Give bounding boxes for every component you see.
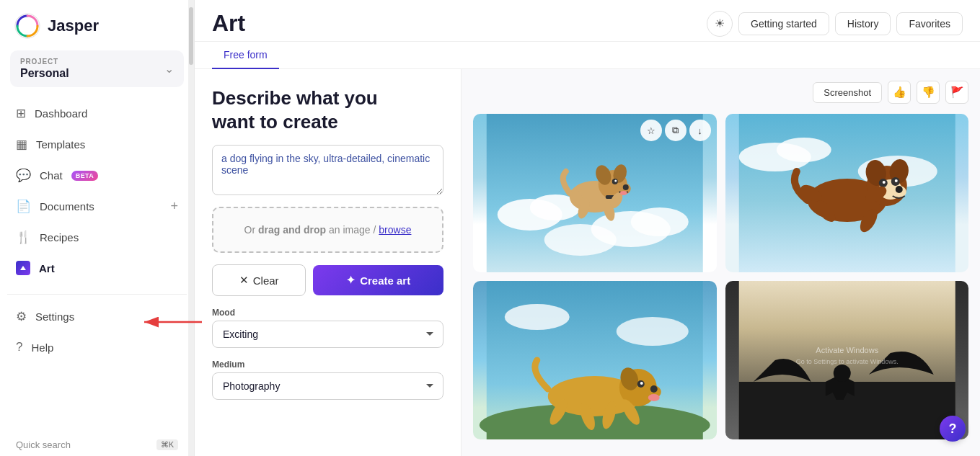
prompt-textarea[interactable]: a dog flying in the sky, ultra-detailed,… bbox=[212, 145, 443, 195]
sidebar-label-documents: Documents bbox=[40, 200, 94, 213]
action-row: ✕ Clear ✦ Create art bbox=[212, 264, 443, 296]
svg-point-52 bbox=[650, 385, 658, 393]
chevron-down-icon: ⌄ bbox=[164, 62, 174, 76]
svg-point-62 bbox=[833, 365, 850, 382]
mood-label: Mood bbox=[212, 308, 443, 318]
sidebar-label-dashboard: Dashboard bbox=[35, 107, 87, 120]
svg-point-8 bbox=[631, 207, 689, 236]
help-icon: ? bbox=[16, 340, 22, 354]
sidebar-item-settings[interactable]: ⚙ Settings bbox=[7, 302, 187, 331]
clear-button[interactable]: ✕ Clear bbox=[212, 264, 306, 296]
svg-point-38 bbox=[894, 179, 897, 182]
art-icon bbox=[16, 261, 30, 275]
chat-icon: 💬 bbox=[16, 168, 31, 183]
sidebar-label-recipes: Recipes bbox=[40, 231, 79, 243]
sidebar-label-help: Help bbox=[31, 341, 53, 354]
add-document-icon[interactable]: + bbox=[170, 199, 178, 214]
gallery-grid: ☆ ⧉ ↓ bbox=[473, 114, 968, 439]
drop-text: Or drag and drop an image / bbox=[244, 224, 379, 236]
sparkle-icon: ✦ bbox=[346, 274, 356, 287]
svg-point-47 bbox=[617, 317, 689, 346]
sidebar-label-chat: Chat bbox=[40, 169, 63, 182]
history-button[interactable]: History bbox=[835, 12, 891, 35]
sidebar-logo: Jasper bbox=[0, 0, 194, 50]
quick-search-label: Quick search bbox=[16, 439, 71, 450]
svg-point-9 bbox=[544, 224, 617, 256]
sidebar-label-templates: Templates bbox=[36, 138, 85, 151]
gallery-toolbar: Screenshot 👍 👎 🚩 bbox=[473, 78, 968, 107]
medium-field: Medium Photography Painting Sketch Digit… bbox=[212, 359, 443, 400]
templates-icon: ▦ bbox=[16, 137, 27, 152]
gallery-panel: Screenshot 👍 👎 🚩 bbox=[462, 69, 980, 456]
svg-text:Activate Windows: Activate Windows bbox=[816, 346, 878, 354]
medium-select[interactable]: Photography Painting Sketch Digital Art … bbox=[212, 372, 443, 400]
gallery-overlay-1: ☆ ⧉ ↓ bbox=[640, 120, 711, 141]
browse-link[interactable]: browse bbox=[379, 224, 411, 236]
scrollbar-track bbox=[188, 0, 194, 456]
app-name: Jasper bbox=[48, 17, 99, 35]
thumbs-down-button[interactable]: 👎 bbox=[917, 81, 940, 104]
gallery-item-4[interactable]: Activate Windows Go to Settings to activ… bbox=[725, 281, 969, 439]
left-panel: Describe what you want to create a dog f… bbox=[195, 69, 462, 456]
gallery-image-3 bbox=[473, 281, 717, 439]
main-content: Art ☀ Getting started History Favorites … bbox=[195, 0, 980, 456]
documents-icon: 📄 bbox=[16, 199, 31, 214]
tab-free-form[interactable]: Free form bbox=[212, 42, 279, 69]
project-label: PROJECT bbox=[20, 58, 69, 66]
sidebar-label-settings: Settings bbox=[35, 310, 74, 323]
medium-label: Medium bbox=[212, 359, 443, 370]
screenshot-button[interactable]: Screenshot bbox=[813, 82, 882, 103]
star-button-1[interactable]: ☆ bbox=[640, 120, 662, 141]
jasper-logo-icon bbox=[14, 13, 40, 39]
help-floating-button[interactable]: ? bbox=[940, 416, 966, 442]
sidebar-item-chat[interactable]: 💬 Chat BETA bbox=[7, 161, 187, 190]
gallery-item-1[interactable]: ☆ ⧉ ↓ bbox=[473, 114, 717, 272]
svg-point-46 bbox=[505, 304, 570, 330]
flag-button[interactable]: 🚩 bbox=[945, 81, 968, 104]
tabs-row: Free form bbox=[195, 42, 980, 69]
gallery-item-2[interactable] bbox=[725, 114, 969, 272]
top-actions: ☀ Getting started History Favorites bbox=[707, 11, 963, 37]
sidebar-label-art: Art bbox=[39, 262, 55, 274]
sidebar-item-recipes[interactable]: 🍴 Recipes bbox=[7, 223, 187, 252]
gallery-image-4: Activate Windows Go to Settings to activ… bbox=[725, 281, 969, 439]
theme-toggle-button[interactable]: ☀ bbox=[707, 11, 733, 37]
copy-button-1[interactable]: ⧉ bbox=[665, 120, 687, 141]
recipes-icon: 🍴 bbox=[16, 230, 31, 245]
top-bar: Art ☀ Getting started History Favorites bbox=[195, 0, 980, 42]
project-selector[interactable]: PROJECT Personal ⌄ bbox=[10, 50, 184, 87]
thumbs-up-button[interactable]: 👍 bbox=[888, 81, 911, 104]
quick-search-kbd: ⌘K bbox=[156, 439, 178, 450]
svg-point-0 bbox=[15, 14, 40, 38]
x-icon: ✕ bbox=[239, 274, 249, 287]
gallery-item-3[interactable] bbox=[473, 281, 717, 439]
scrollbar-thumb[interactable] bbox=[189, 7, 193, 65]
beta-badge: BETA bbox=[71, 171, 99, 181]
svg-point-54 bbox=[640, 382, 643, 385]
sidebar-item-documents[interactable]: 📄 Documents + bbox=[7, 192, 187, 221]
page-title: Art bbox=[212, 10, 245, 37]
svg-rect-45 bbox=[487, 418, 703, 439]
svg-point-36 bbox=[882, 181, 885, 184]
drop-zone[interactable]: Or drag and drop an image / browse bbox=[212, 207, 443, 253]
svg-point-34 bbox=[895, 186, 902, 193]
project-name: Personal bbox=[20, 67, 69, 80]
sidebar-item-dashboard[interactable]: ⊞ Dashboard bbox=[7, 99, 187, 128]
content-area: Describe what you want to create a dog f… bbox=[195, 69, 980, 456]
sidebar-item-help[interactable]: ? Help bbox=[7, 333, 187, 362]
mood-select[interactable]: Exciting Calm Dark Bright Mysterious bbox=[212, 321, 443, 348]
gallery-image-2 bbox=[725, 114, 969, 272]
sidebar-item-templates[interactable]: ▦ Templates bbox=[7, 130, 187, 159]
favorites-button[interactable]: Favorites bbox=[896, 12, 963, 35]
create-art-button[interactable]: ✦ Create art bbox=[313, 265, 443, 295]
download-button-1[interactable]: ↓ bbox=[689, 120, 711, 141]
getting-started-button[interactable]: Getting started bbox=[738, 12, 829, 35]
sidebar-item-art[interactable]: Art bbox=[7, 254, 187, 282]
svg-point-23 bbox=[620, 191, 627, 195]
sidebar-bottom: Quick search ⌘K bbox=[0, 426, 194, 456]
svg-point-15 bbox=[623, 184, 629, 190]
dashboard-icon: ⊞ bbox=[16, 106, 26, 121]
settings-icon: ⚙ bbox=[16, 309, 27, 324]
form-heading: Describe what you want to create bbox=[212, 86, 443, 133]
quick-search[interactable]: Quick search ⌘K bbox=[7, 434, 187, 456]
